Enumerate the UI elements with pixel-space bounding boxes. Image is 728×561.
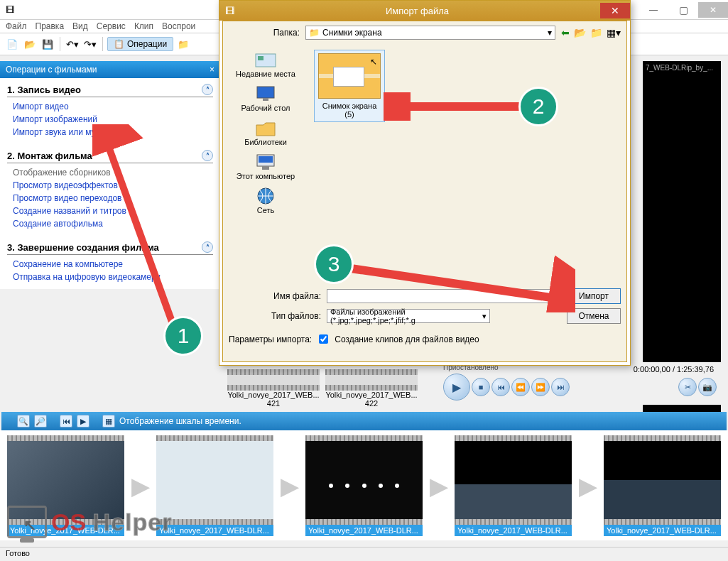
place-desktop[interactable]: Рабочий стол: [223, 81, 308, 115]
view-menu-icon[interactable]: ▦▾: [607, 27, 621, 38]
place-network[interactable]: Сеть: [223, 183, 308, 217]
filetype-label: Тип файлов:: [229, 311, 321, 321]
toolbar-sep: [60, 37, 60, 51]
chevron-up-icon[interactable]: ˄: [202, 150, 213, 161]
operations-button[interactable]: 📋 Операции: [107, 37, 173, 51]
zoom-out-icon[interactable]: 🔎: [34, 415, 47, 427]
toolbar-sep: [102, 37, 103, 51]
redo-icon[interactable]: ↷▾: [82, 36, 98, 52]
clip-name: Yolki_novye_2017_WEB...: [227, 391, 320, 399]
caret-down-icon: ▾: [482, 312, 487, 321]
svg-rect-5: [259, 156, 273, 163]
next-button[interactable]: ⏭: [551, 378, 570, 396]
operations-label: Операции: [127, 39, 167, 49]
zoom-in-icon[interactable]: 🔍: [17, 415, 30, 427]
rewind-button[interactable]: ⏪: [511, 378, 530, 396]
open-icon[interactable]: 📂: [22, 36, 38, 52]
dialog-title: Импорт файла: [234, 6, 600, 16]
place-label: Рабочий стол: [241, 104, 290, 112]
place-label: Сеть: [257, 206, 274, 214]
wm-helper: Helper: [93, 508, 173, 535]
thumb-caption: Yolki_novye_2017_WEB-DLR...: [305, 525, 423, 536]
timeline-mode-label: Отображение шкалы времени.: [119, 416, 241, 426]
place-libraries[interactable]: Библиотеки: [223, 115, 308, 149]
svg-rect-1: [258, 56, 264, 60]
snapshot-button[interactable]: 📷: [698, 378, 717, 396]
new-folder-icon[interactable]: 📁: [590, 27, 602, 38]
section2-title: 2. Монтаж фильма: [7, 151, 92, 161]
section1-title: 1. Запись видео: [7, 85, 81, 95]
menu-edit[interactable]: Правка: [36, 21, 65, 31]
place-label: Библиотеки: [244, 138, 287, 146]
place-computer[interactable]: Этот компьютер: [223, 149, 308, 183]
clip-num: 422: [325, 399, 418, 408]
up-icon[interactable]: 📂: [574, 27, 586, 38]
tasks-header-title: Операции с фильмами: [6, 65, 97, 75]
stop-button[interactable]: ■: [472, 378, 490, 396]
storyboard-item[interactable]: Yolki_novye_2017_WEB-DLR...: [156, 435, 273, 536]
file-list[interactable]: ↖ Снимок экрана (5): [308, 44, 626, 285]
back-icon[interactable]: ⬅: [561, 27, 570, 38]
tasks-icon: 📋: [114, 39, 124, 49]
storyboard-item[interactable]: Yolki_novye_2017_WEB-DLR...: [305, 435, 423, 536]
new-icon[interactable]: 📄: [4, 36, 20, 52]
storyboard-icon[interactable]: ▦: [102, 415, 115, 427]
folder-label: Папка:: [229, 28, 300, 38]
app-icon: 🎞: [6, 5, 14, 15]
collection-clip[interactable]: Yolki_novye_2017_WEB... 422: [325, 369, 418, 408]
file-name: Снимок экрана (5): [322, 102, 377, 119]
dialog-titlebar: 🎞 Импорт файла ✕: [219, 1, 630, 21]
save-icon[interactable]: 💾: [40, 36, 55, 52]
clip-name: Yolki_novye_2017_WEB...: [325, 391, 418, 399]
storyboard-item[interactable]: Yolki_novye_2017_WEB-DLR...: [604, 435, 721, 536]
chevron-up-icon[interactable]: ˄: [202, 84, 213, 95]
create-clips-checkbox[interactable]: [319, 334, 328, 344]
thumb-caption: Yolki_novye_2017_WEB-DLR...: [455, 525, 572, 536]
forward-button[interactable]: ⏩: [531, 378, 550, 396]
prev-button[interactable]: ⏮: [491, 378, 510, 396]
menu-view[interactable]: Вид: [72, 21, 88, 31]
chevron-up-icon[interactable]: ˄: [202, 241, 213, 253]
storyboard-item[interactable]: Yolki_novye_2017_WEB-DLR...: [455, 435, 572, 536]
thumb-caption: Yolki_novye_2017_WEB-DLR...: [156, 525, 273, 536]
transition-slot[interactable]: ▶: [575, 447, 601, 525]
thumb-caption: Yolki_novye_2017_WEB-DLR...: [604, 525, 721, 536]
svg-rect-3: [263, 98, 268, 101]
minimize-button[interactable]: —: [639, 2, 668, 18]
undo-icon[interactable]: ↶▾: [65, 36, 80, 52]
watermark: ↖ OS Helper: [7, 506, 172, 538]
play-timeline-icon[interactable]: ▶: [77, 415, 89, 427]
wm-os: OS: [51, 508, 86, 535]
transition-slot[interactable]: ▶: [276, 447, 303, 525]
transition-slot[interactable]: ▶: [425, 447, 452, 525]
tasks-close-icon[interactable]: ×: [210, 65, 214, 75]
look-in-combo[interactable]: 📁 Снимки экрана ▾: [305, 26, 555, 40]
file-item[interactable]: ↖ Снимок экрана (5): [314, 50, 385, 122]
create-clips-label: Создание клипов для файлов видео: [335, 334, 479, 344]
maximize-button[interactable]: ▢: [668, 2, 698, 18]
menu-tools[interactable]: Сервис: [97, 21, 126, 31]
split-button[interactable]: ✂: [678, 378, 697, 396]
clip-num: 421: [227, 399, 320, 408]
dialog-close-button[interactable]: ✕: [600, 3, 630, 18]
task-import-video[interactable]: Импорт видео: [7, 100, 213, 113]
annotation-badge-1: 1: [163, 316, 203, 356]
svg-line-10: [351, 268, 565, 300]
svg-rect-6: [262, 166, 269, 170]
timeline-toolbar: 🔍 🔎 ⏮ ▶ ▦ Отображение шкалы времени.: [1, 412, 727, 430]
filename-label: Имя файла:: [229, 291, 321, 301]
rewind-start-icon[interactable]: ⏮: [60, 415, 72, 427]
menu-clip[interactable]: Клип: [134, 21, 153, 31]
preview-clip-title: 7_WEB-DLRip_by_...: [646, 64, 713, 72]
annotation-badge-2: 2: [518, 87, 558, 126]
svg-rect-2: [257, 87, 274, 98]
collections-icon[interactable]: 📁: [175, 36, 191, 52]
menu-play[interactable]: Воспрои: [162, 21, 195, 31]
menu-file[interactable]: Файл: [6, 21, 27, 31]
close-button[interactable]: ✕: [698, 2, 728, 18]
play-button[interactable]: ▶: [443, 374, 470, 401]
collection-clip[interactable]: Yolki_novye_2017_WEB... 421: [227, 369, 320, 408]
tasks-header: Операции с фильмами ×: [0, 61, 220, 78]
place-recent[interactable]: Недавние места: [223, 47, 308, 81]
annotation-badge-3: 3: [314, 244, 354, 284]
